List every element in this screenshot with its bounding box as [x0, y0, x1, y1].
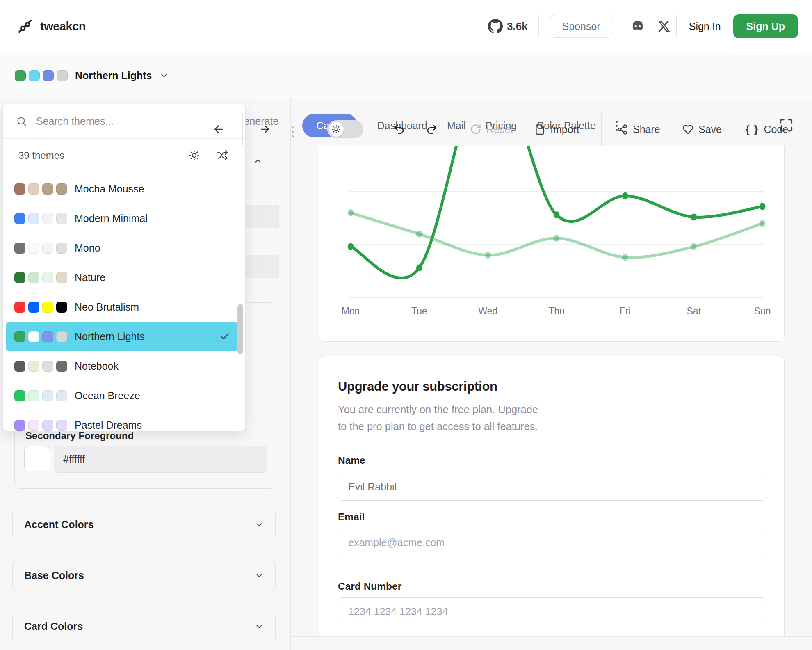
tab-mail[interactable]: Mail [447, 120, 466, 132]
theme-search-input[interactable] [36, 115, 232, 127]
color-swatch [14, 302, 25, 313]
theme-list-item[interactable]: Mono [6, 233, 238, 263]
theme-list-item[interactable]: Pastel Dreams [6, 410, 238, 431]
random-theme-button[interactable] [217, 150, 228, 161]
color-swatch [14, 390, 25, 401]
brand[interactable]: tweakcn [16, 0, 86, 53]
selected-theme-name: Northern Lights [75, 70, 152, 82]
color-swatch [28, 390, 39, 401]
data-point [759, 220, 765, 227]
share-icon [617, 124, 628, 135]
data-point [348, 209, 354, 216]
color-swatch [28, 183, 39, 195]
sun-icon [189, 150, 200, 161]
color-swatch [28, 420, 39, 431]
sidebar-section-accent-colors[interactable]: Accent Colors [12, 509, 276, 540]
x-axis-label: Sat [687, 306, 701, 316]
save-button[interactable]: Save [682, 119, 722, 140]
sign-in-button[interactable]: Sign In [689, 21, 721, 32]
theme-picker-dropdown: 39 themes Mocha MousseModern MinimalMono… [2, 104, 246, 431]
theme-swatches [14, 272, 67, 283]
undo-button[interactable] [390, 120, 408, 138]
color-swatch [57, 70, 68, 81]
color-swatch [56, 272, 67, 283]
theme-swatches [14, 213, 67, 224]
email-field[interactable] [338, 529, 766, 556]
theme-list-item[interactable]: Modern Minimal [6, 204, 238, 233]
theme-swatches [14, 331, 67, 342]
editor-toolbar: Northern Lights Reset Import Share [0, 53, 812, 98]
light-dark-toggle[interactable] [327, 120, 363, 138]
heart-icon [682, 124, 693, 135]
x-axis-label: Thu [548, 306, 565, 316]
theme-name: Pastel Dreams [75, 419, 142, 431]
theme-name: Nature [75, 272, 105, 284]
github-stars: 3.6k [507, 20, 528, 33]
data-point [759, 203, 765, 210]
next-theme-button[interactable] [256, 120, 274, 138]
github-icon[interactable] [488, 19, 503, 34]
sidebar-section-base-colors[interactable]: Base Colors [12, 560, 276, 591]
theme-swatches [14, 361, 67, 372]
color-swatch [28, 243, 39, 254]
secondary-foreground-swatch[interactable] [24, 446, 50, 471]
data-point [553, 235, 559, 242]
theme-selector[interactable]: Northern Lights [15, 53, 169, 98]
card-description: You are currently on the free plan. Upgr… [338, 404, 538, 416]
card-number-field[interactable] [338, 597, 766, 625]
redo-button[interactable] [423, 120, 441, 138]
secondary-foreground-hex-input[interactable] [54, 446, 267, 473]
color-swatch [42, 272, 53, 283]
share-button[interactable]: Share [617, 119, 660, 140]
section-label: Accent Colors [24, 519, 94, 531]
color-swatch [42, 302, 53, 313]
theme-list-item[interactable]: Ocean Breeze [6, 381, 238, 410]
theme-swatches [14, 302, 67, 313]
color-swatch [56, 243, 67, 254]
check-icon [219, 331, 230, 342]
name-field[interactable] [338, 473, 766, 501]
theme-list-item[interactable]: Nature [6, 263, 238, 292]
save-label: Save [698, 124, 722, 135]
sponsor-label: Sponsor [562, 21, 600, 32]
color-swatch [28, 213, 39, 224]
scrollbar-thumb[interactable] [237, 304, 243, 354]
panel-divider[interactable] [290, 55, 291, 650]
divider [676, 15, 677, 38]
x-icon[interactable] [657, 20, 671, 33]
color-swatch [56, 213, 67, 224]
preview-mode-button[interactable] [189, 150, 200, 161]
sponsor-button[interactable]: Sponsor [550, 15, 613, 38]
color-swatch [56, 302, 67, 313]
reset-icon [470, 124, 481, 135]
sign-up-button[interactable]: Sign Up [733, 14, 798, 38]
theme-list-item[interactable]: Notebook [6, 351, 238, 381]
theme-swatches [14, 183, 67, 195]
reset-button[interactable]: Reset [470, 119, 513, 140]
theme-list-item[interactable]: Northern Lights [6, 322, 238, 351]
theme-list-item[interactable]: Mocha Mousse [6, 174, 238, 204]
color-swatch [42, 213, 53, 224]
theme-count: 39 themes [18, 150, 64, 161]
theme-list-item[interactable]: Neo Brutalism [6, 292, 238, 322]
color-swatch [29, 70, 40, 81]
shuffle-icon [217, 150, 228, 161]
color-swatch [42, 183, 53, 195]
theme-count-row: 39 themes [3, 139, 245, 172]
panel-resize-grip[interactable] [290, 121, 295, 142]
redo-icon [426, 123, 438, 135]
toggle-knob [329, 122, 344, 137]
theme-name: Northern Lights [75, 331, 145, 343]
sidebar-section-card-colors[interactable]: Card Colors [12, 611, 276, 642]
import-button[interactable]: Import [534, 119, 579, 140]
color-swatch [56, 361, 67, 372]
data-point [553, 211, 559, 218]
prev-theme-button[interactable] [210, 120, 228, 138]
x-axis-label: Sun [754, 306, 771, 316]
discord-icon[interactable] [630, 18, 646, 34]
code-button[interactable]: { } Code [746, 119, 788, 140]
color-swatch [43, 70, 54, 81]
x-axis-label: Mon [342, 306, 360, 316]
sign-up-label: Sign Up [746, 21, 785, 32]
theme-search-row [3, 104, 245, 139]
